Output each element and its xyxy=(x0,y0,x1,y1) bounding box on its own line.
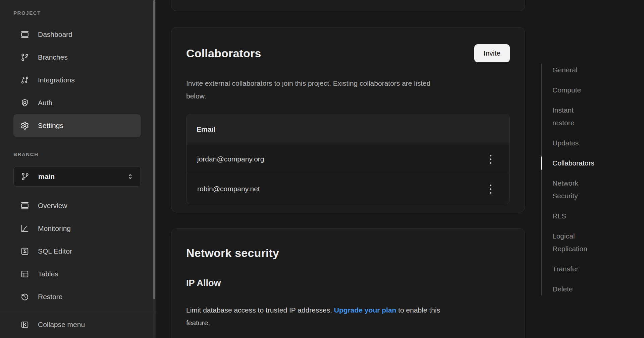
nav-item-rls[interactable]: RLS xyxy=(552,210,604,222)
sidebar-item-monitoring[interactable]: Monitoring xyxy=(13,217,141,240)
collapse-menu-button[interactable]: Collapse menu xyxy=(13,311,141,338)
nav-item-collaborators[interactable]: Collaborators xyxy=(552,157,604,170)
sidebar-scrollbar-thumb[interactable] xyxy=(153,0,155,299)
table-row: robin@company.net xyxy=(186,174,509,204)
invite-button[interactable]: Invite xyxy=(474,44,510,62)
nav-item-network-security[interactable]: Network Security xyxy=(552,177,604,202)
project-nav: Dashboard Branches Integrations xyxy=(13,23,141,137)
sidebar-item-label: Settings xyxy=(38,122,63,130)
sidebar-item-label: Restore xyxy=(38,293,63,301)
nav-item-instant-restore[interactable]: Instant restore xyxy=(552,104,604,129)
nav-item-label: Collaborators xyxy=(552,159,594,167)
settings-section-nav: General Compute Instant restore Updates … xyxy=(541,64,615,295)
nav-item-general[interactable]: General xyxy=(552,64,604,76)
sidebar: PROJECT Dashboard Branches xyxy=(0,0,156,338)
active-indicator xyxy=(541,156,542,170)
sidebar-item-tables[interactable]: Tables xyxy=(13,263,141,285)
kebab-menu-icon[interactable] xyxy=(488,183,493,196)
collaborators-title: Collaborators xyxy=(186,46,261,61)
branch-nav: Overview Monitoring SQL Editor xyxy=(13,194,141,308)
collapse-menu-label: Collapse menu xyxy=(38,321,85,329)
sidebar-item-label: Overview xyxy=(38,202,67,210)
nav-item-delete[interactable]: Delete xyxy=(552,283,604,295)
sidebar-item-settings[interactable]: Settings xyxy=(13,114,141,137)
sidebar-item-dashboard[interactable]: Dashboard xyxy=(13,23,141,46)
nav-item-updates[interactable]: Updates xyxy=(552,137,604,149)
integrations-icon xyxy=(20,76,29,84)
ip-allow-description: Limit database access to trusted IP addr… xyxy=(186,304,458,329)
collaborator-email: robin@company.net xyxy=(197,185,260,193)
sidebar-item-label: Tables xyxy=(38,270,58,278)
restore-history-icon xyxy=(20,292,29,301)
branch-section-label: BRANCH xyxy=(13,151,156,157)
nav-item-logical-replication[interactable]: Logical Replication xyxy=(552,230,604,255)
sidebar-item-overview[interactable]: Overview xyxy=(13,194,141,217)
sidebar-item-integrations[interactable]: Integrations xyxy=(13,69,141,91)
auth-shield-icon xyxy=(20,98,29,107)
gear-icon xyxy=(20,121,29,130)
sidebar-item-label: Integrations xyxy=(38,76,75,84)
sql-editor-icon xyxy=(20,247,29,256)
tables-icon xyxy=(20,270,29,278)
network-security-card: Network security IP Allow Limit database… xyxy=(171,228,525,338)
unfold-chevron-icon xyxy=(126,173,134,180)
upgrade-plan-link[interactable]: Upgrade your plan xyxy=(334,306,396,314)
dashboard-icon xyxy=(20,30,29,39)
table-header-email: Email xyxy=(186,114,509,144)
sidebar-item-restore[interactable]: Restore xyxy=(13,285,141,308)
kebab-menu-icon[interactable] xyxy=(488,153,493,166)
description-text: Limit database access to trusted IP addr… xyxy=(186,306,334,314)
collaborators-table: Email jordan@company.org robin@company.n… xyxy=(186,114,510,204)
sidebar-item-label: SQL Editor xyxy=(38,247,72,255)
project-section-label: PROJECT xyxy=(13,10,156,16)
sidebar-item-branches[interactable]: Branches xyxy=(13,46,141,69)
network-security-title: Network security xyxy=(186,246,510,260)
collaborators-description: Invite external collaborators to join th… xyxy=(186,77,439,103)
nav-item-transfer[interactable]: Transfer xyxy=(552,263,604,275)
sidebar-item-sql-editor[interactable]: SQL Editor xyxy=(13,240,141,263)
branch-selector-value: main xyxy=(38,173,55,181)
previous-card-partial xyxy=(171,0,525,11)
collaborators-card: Collaborators Invite Invite external col… xyxy=(171,27,525,212)
sidebar-item-label: Branches xyxy=(38,53,68,61)
nav-item-compute[interactable]: Compute xyxy=(552,84,604,96)
overview-icon xyxy=(20,201,29,210)
sidebar-item-auth[interactable]: Auth xyxy=(13,91,141,114)
git-branch-icon xyxy=(20,53,29,62)
git-branch-icon xyxy=(21,172,30,181)
sidebar-item-label: Monitoring xyxy=(38,224,71,232)
panel-collapse-icon xyxy=(20,320,29,329)
sidebar-item-label: Dashboard xyxy=(38,30,72,39)
sidebar-item-label: Auth xyxy=(38,99,52,107)
collaborator-email: jordan@company.org xyxy=(197,155,264,163)
monitoring-icon xyxy=(20,224,29,233)
ip-allow-subtitle: IP Allow xyxy=(186,277,510,289)
branch-selector[interactable]: main xyxy=(13,166,141,187)
table-row: jordan@company.org xyxy=(186,144,509,174)
